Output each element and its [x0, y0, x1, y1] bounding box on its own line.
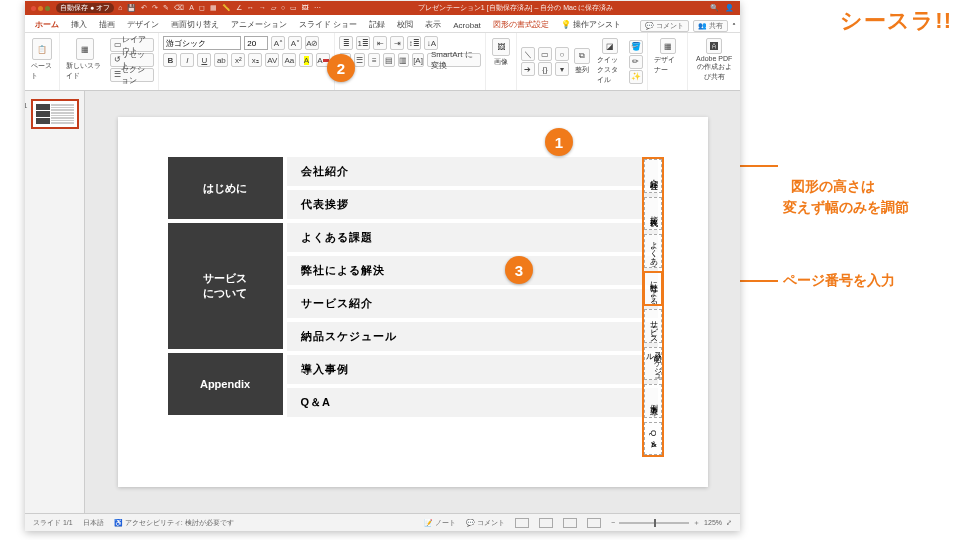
spacing-button[interactable]: AV [265, 53, 279, 67]
ruler-icon[interactable]: 📏 [222, 4, 231, 12]
slide-thumbnail-pane[interactable] [25, 91, 85, 513]
zoom-slider[interactable] [619, 522, 689, 524]
accessibility-status[interactable]: ♿ アクセシビリティ: 検討が必要です [114, 518, 234, 528]
tab-review[interactable]: 校閲 [391, 17, 419, 32]
designer-button[interactable]: ▦ デザイナー [652, 36, 684, 77]
user-icon[interactable]: 👤 [725, 4, 734, 12]
page-cell[interactable]: サービス紹介 [644, 309, 662, 343]
page-number-column[interactable]: 会社紹介 代表挨拶 よくある課題 弊社による解決 サービス紹介 納品スケジュール… [642, 157, 664, 457]
tab-acrobat[interactable]: Acrobat [447, 19, 487, 32]
picture-button[interactable]: 🖼 画像 [490, 36, 512, 69]
clear-icon[interactable]: ⌫ [174, 4, 184, 12]
quick-style-button[interactable]: ◪ クイックスタイル [595, 36, 626, 87]
font-size-combo[interactable] [244, 36, 268, 50]
autosave-toggle[interactable]: 自動保存 ● オフ [56, 3, 114, 13]
shape-arrow-icon[interactable]: ➔ [521, 62, 535, 76]
search-icon[interactable]: 🔍 [710, 4, 719, 12]
normal-view-icon[interactable] [515, 518, 529, 528]
toc-item[interactable]: 代表挨拶 [287, 190, 658, 219]
indent-inc-button[interactable]: ⇥ [390, 36, 404, 50]
page-cell[interactable]: 代表挨拶 [644, 197, 662, 231]
page-cell[interactable]: Q＆A [644, 422, 662, 456]
sorter-view-icon[interactable] [539, 518, 553, 528]
indent-dec-button[interactable]: ⇤ [373, 36, 387, 50]
justify-button[interactable]: ▤ [383, 53, 395, 67]
angle-icon[interactable]: ∠ [236, 4, 242, 12]
strike-button[interactable]: ab [214, 53, 228, 67]
tab-transitions[interactable]: 画面切り替え [165, 17, 225, 32]
shape-brace-icon[interactable]: {} [538, 62, 552, 76]
bold-button[interactable]: B [163, 53, 177, 67]
section-service[interactable]: サービス について [168, 223, 283, 349]
arrow-right-icon[interactable]: → [259, 4, 266, 12]
superscript-button[interactable]: x² [231, 53, 245, 67]
underline-button[interactable]: U [197, 53, 211, 67]
page-cell-selected[interactable]: 弊社による解決 [644, 272, 662, 306]
slide-canvas-area[interactable]: はじめに サービス について Appendix 会社紹介 代表挨拶 よくある課題… [85, 91, 740, 513]
tab-insert[interactable]: 挿入 [65, 17, 93, 32]
shape-fill-button[interactable]: 🪣 [629, 40, 643, 54]
align-center-button[interactable]: ☰ [354, 53, 366, 67]
change-case-button[interactable]: Aa [282, 53, 296, 67]
toc-item[interactable]: 弊社による解決 [287, 256, 658, 285]
language-indicator[interactable]: 日本語 [83, 518, 104, 528]
quick-access-toolbar[interactable]: ⌂ 💾 ↶ ↷ ✎ ⌫ A ◻ ▦ 📏 ∠ ↔ → ▱ ○ ▭ 🖼 ⋯ [118, 4, 321, 12]
section-button[interactable]: ☰ セクション [110, 68, 155, 82]
table-icon[interactable]: ▦ [210, 4, 217, 12]
toc-item[interactable]: 納品スケジュール [287, 322, 658, 351]
increase-font-icon[interactable]: A˄ [271, 36, 285, 50]
toc-item[interactable]: サービス紹介 [287, 289, 658, 318]
tab-animations[interactable]: アニメーション [225, 17, 293, 32]
shape2-icon[interactable]: ▱ [271, 4, 276, 12]
reading-view-icon[interactable] [563, 518, 577, 528]
columns-button[interactable]: ▥ [398, 53, 410, 67]
font-name-combo[interactable] [163, 36, 241, 50]
home-icon[interactable]: ⌂ [118, 4, 122, 12]
circle-icon[interactable]: ○ [281, 4, 285, 12]
tab-design[interactable]: デザイン [121, 17, 165, 32]
brush-icon[interactable]: ✎ [163, 4, 169, 12]
paste-button[interactable]: 📋 ペースト [29, 36, 55, 83]
subscript-button[interactable]: x₂ [248, 53, 262, 67]
section-appendix[interactable]: Appendix [168, 353, 283, 415]
shape-icon[interactable]: ◻ [199, 4, 205, 12]
toc-item[interactable]: 導入事例 [287, 355, 658, 384]
tab-home[interactable]: ホーム [29, 17, 65, 32]
toc-item[interactable]: 会社紹介 [287, 157, 658, 186]
arrow-icon[interactable]: ↔ [247, 4, 254, 12]
toc-item[interactable]: よくある課題 [287, 223, 658, 252]
toc-item[interactable]: Q＆A [287, 388, 658, 417]
rect-icon[interactable]: ▭ [290, 4, 297, 12]
new-slide-button[interactable]: ▦ 新しいスライド [64, 36, 107, 83]
decrease-font-icon[interactable]: A˅ [288, 36, 302, 50]
save-icon[interactable]: 💾 [127, 4, 136, 12]
page-cell[interactable]: よくある課題 [644, 234, 662, 268]
section-intro[interactable]: はじめに [168, 157, 283, 219]
adobe-pdf-button[interactable]: 🅰 Adobe PDF の作成および共有 [692, 36, 736, 84]
clear-format-icon[interactable]: A⊘ [305, 36, 319, 50]
page-cell[interactable]: 納品スケジュール [644, 347, 662, 381]
slideshow-view-icon[interactable] [587, 518, 601, 528]
tab-slideshow[interactable]: スライド ショー [293, 17, 363, 32]
comments-status-button[interactable]: 💬 コメント [466, 518, 505, 528]
shape-outline-button[interactable]: ✏ [629, 55, 643, 69]
tab-view[interactable]: 表示 [419, 17, 447, 32]
shape-more-icon[interactable]: ▾ [555, 62, 569, 76]
notes-button[interactable]: 📝 ノート [424, 518, 456, 528]
line-spacing-button[interactable]: ↕≣ [407, 36, 421, 50]
tell-me[interactable]: 💡 操作アシスト [555, 17, 627, 32]
zoom-in-icon[interactable]: ＋ [693, 518, 700, 528]
tab-record[interactable]: 記録 [363, 17, 391, 32]
numbering-button[interactable]: 1≣ [356, 36, 370, 50]
comments-button[interactable]: 💬 コメント [640, 20, 689, 32]
align-text-button[interactable]: [A] [412, 53, 424, 67]
tab-draw[interactable]: 描画 [93, 17, 121, 32]
shape-oval-icon[interactable]: ○ [555, 47, 569, 61]
smartart-button[interactable]: SmartArt に変換 [427, 53, 481, 67]
italic-button[interactable]: I [180, 53, 194, 67]
shape-rect-icon[interactable]: ▭ [538, 47, 552, 61]
undo-icon[interactable]: ↶ [141, 4, 147, 12]
text-direction-button[interactable]: ↓A [424, 36, 438, 50]
bullets-button[interactable]: ≣ [339, 36, 353, 50]
arrange-button[interactable]: ⧉ 整列 [572, 46, 592, 77]
